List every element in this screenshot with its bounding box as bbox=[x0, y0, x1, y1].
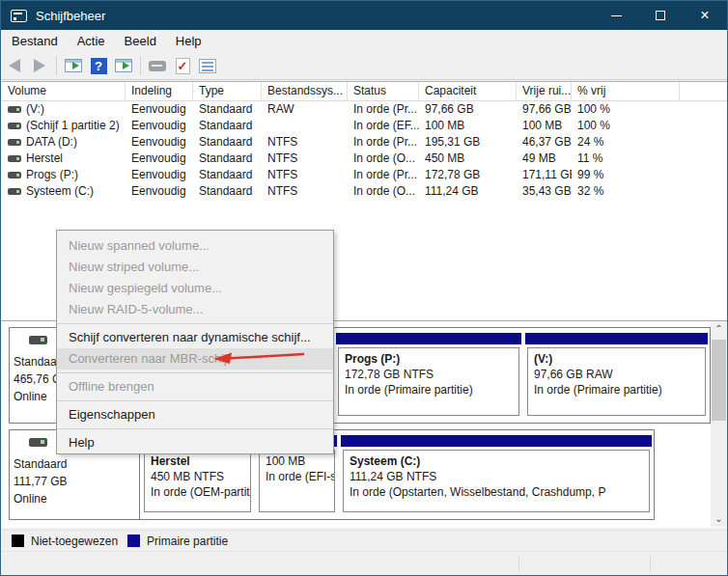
column-header-status[interactable]: Status bbox=[348, 82, 419, 100]
status-bar bbox=[2, 551, 728, 576]
balloon-icon bbox=[149, 61, 166, 71]
partition-size: 111,24 GB NTFS bbox=[350, 469, 643, 484]
maximize-icon bbox=[656, 11, 665, 20]
popup-tool-button[interactable] bbox=[146, 54, 169, 77]
disk-type: Standaard bbox=[14, 455, 139, 473]
console-tree-icon bbox=[65, 59, 82, 72]
table-row[interactable]: (V:) Eenvoudig Standaard RAW In orde (Pr… bbox=[2, 101, 728, 118]
check-document-icon: ✓ bbox=[176, 58, 190, 74]
menu-bestand[interactable]: Bestand bbox=[2, 30, 68, 52]
status-separator bbox=[650, 555, 651, 572]
minimize-button[interactable] bbox=[594, 1, 638, 30]
menu-beeld[interactable]: Beeld bbox=[115, 30, 166, 52]
disk-management-window: Schijfbeheer × Bestand Actie Beeld Help … bbox=[0, 0, 728, 576]
menu-separator bbox=[57, 400, 333, 401]
menu-separator bbox=[57, 323, 333, 324]
partition-name: (V:) bbox=[534, 351, 699, 367]
volume-name: (Schijf 1 partitie 2) bbox=[26, 119, 120, 132]
menubar: Bestand Actie Beeld Help bbox=[2, 30, 728, 52]
menu-separator bbox=[57, 372, 333, 373]
partition-size: 100 MB bbox=[266, 453, 328, 469]
partition-size: 97,66 GB RAW bbox=[534, 367, 699, 382]
action-pane-icon bbox=[115, 59, 132, 72]
column-header-pct-vrij[interactable]: % vrij bbox=[572, 82, 680, 100]
show-action-pane-button[interactable] bbox=[112, 54, 135, 77]
menu-item-converteren-dynamische-schijf[interactable]: Schijf converteren naar dynamische schij… bbox=[57, 327, 333, 348]
volume-icon bbox=[8, 172, 21, 178]
partition-name: Herstel bbox=[151, 453, 244, 469]
primary-partition-swatch bbox=[127, 535, 140, 547]
back-button[interactable] bbox=[3, 54, 26, 77]
column-header-bestandssysteem[interactable]: Bestandssys... bbox=[262, 82, 348, 100]
close-button[interactable]: × bbox=[683, 1, 727, 30]
partition-status: In orde (Opstarten, Wisselbestand, Crash… bbox=[350, 484, 643, 500]
partition-systeem[interactable]: Systeem (C:) 111,24 GB NTFS In orde (Ops… bbox=[341, 435, 652, 516]
scroll-down-button[interactable]: ⌄ bbox=[711, 511, 727, 527]
forward-button[interactable] bbox=[28, 54, 51, 77]
menu-item-offline-brengen[interactable]: Offline brengen bbox=[57, 376, 333, 398]
volume-icon bbox=[8, 155, 21, 162]
table-row[interactable]: (Schijf 1 partitie 2) Eenvoudig Standaar… bbox=[2, 118, 728, 134]
volume-list-header: Volume Indeling Type Bestandssys... Stat… bbox=[2, 82, 728, 101]
column-header-capaciteit[interactable]: Capaciteit bbox=[419, 82, 517, 100]
disk-context-menu: Nieuw spanned volume... Nieuw striped vo… bbox=[56, 230, 334, 454]
titlebar: Schijfbeheer × bbox=[1, 1, 727, 30]
volume-name: (V:) bbox=[26, 102, 44, 116]
menu-item-help[interactable]: Help bbox=[57, 432, 333, 453]
partition-color-strip bbox=[525, 333, 708, 344]
table-row[interactable]: Herstel Eenvoudig Standaard NTFS In orde… bbox=[2, 151, 728, 167]
volume-icon bbox=[8, 106, 21, 113]
menu-actie[interactable]: Actie bbox=[68, 30, 115, 52]
volume-name: DATA (D:) bbox=[26, 135, 77, 149]
help-button[interactable]: ? bbox=[87, 54, 110, 77]
legend-bar: Niet-toegewezen Primaire partitie bbox=[2, 530, 728, 551]
partition-status: In orde (OEM-partitie) bbox=[151, 484, 244, 500]
disk-size: 111,77 GB bbox=[14, 473, 139, 490]
table-row[interactable]: Progs (P:) Eenvoudig Standaard NTFS In o… bbox=[2, 167, 728, 183]
column-header-type[interactable]: Type bbox=[193, 82, 262, 100]
volume-icon bbox=[8, 123, 21, 129]
list-view-icon bbox=[199, 59, 216, 73]
back-icon bbox=[9, 59, 20, 72]
menu-item-nieuw-raid5-volume[interactable]: Nieuw RAID-5-volume... bbox=[57, 299, 333, 320]
partition-status: In orde (Primaire partitie) bbox=[534, 382, 699, 398]
partition-color-strip bbox=[336, 333, 521, 344]
disk-icon bbox=[29, 438, 47, 447]
column-header-volume[interactable]: Volume bbox=[2, 82, 126, 100]
menu-help[interactable]: Help bbox=[166, 30, 211, 52]
show-console-tree-button[interactable] bbox=[62, 54, 85, 77]
legend-primary-partition: Primaire partitie bbox=[127, 535, 228, 548]
volume-name: Systeem (C:) bbox=[26, 184, 94, 198]
check-document-button[interactable]: ✓ bbox=[171, 54, 194, 77]
vertical-scrollbar[interactable]: ⌃ ⌄ bbox=[711, 321, 727, 527]
menu-separator bbox=[57, 428, 333, 429]
disk-icon bbox=[29, 336, 47, 344]
menu-item-nieuw-gespiegeld-volume[interactable]: Nieuw gespiegeld volume... bbox=[57, 278, 333, 299]
partition-progs[interactable]: Progs (P:) 172,78 GB NTFS In orde (Prima… bbox=[336, 333, 521, 420]
volume-icon bbox=[8, 139, 21, 146]
table-row[interactable]: Systeem (C:) Eenvoudig Standaard NTFS In… bbox=[2, 183, 728, 200]
partition-v[interactable]: (V:) 97,66 GB RAW In orde (Primaire part… bbox=[525, 333, 708, 420]
scrollbar-thumb[interactable] bbox=[712, 340, 726, 421]
app-icon bbox=[11, 10, 27, 22]
volume-icon bbox=[8, 188, 21, 195]
list-view-button[interactable] bbox=[196, 54, 219, 77]
toolbar-separator bbox=[140, 56, 141, 75]
menu-item-eigenschappen[interactable]: Eigenschappen bbox=[57, 404, 333, 425]
help-icon: ? bbox=[91, 58, 107, 74]
toolbar: ? ✓ bbox=[2, 52, 728, 80]
partition-status: In orde (Primaire partitie) bbox=[345, 382, 513, 398]
menu-item-nieuw-striped-volume[interactable]: Nieuw striped volume... bbox=[57, 257, 333, 278]
column-header-vrije-ruimte[interactable]: Vrije rui... bbox=[517, 82, 572, 100]
unallocated-swatch bbox=[12, 535, 24, 547]
toolbar-separator bbox=[56, 56, 57, 75]
status-separator bbox=[518, 555, 519, 572]
annotation-arrow-icon bbox=[211, 348, 308, 366]
scroll-up-button[interactable]: ⌃ bbox=[711, 321, 727, 337]
column-header-indeling[interactable]: Indeling bbox=[126, 82, 193, 100]
menu-item-nieuw-spanned-volume[interactable]: Nieuw spanned volume... bbox=[57, 235, 333, 257]
table-row[interactable]: DATA (D:) Eenvoudig Standaard NTFS In or… bbox=[2, 134, 728, 151]
volume-name: Progs (P:) bbox=[26, 168, 78, 181]
window-title: Schijfbeheer bbox=[36, 9, 105, 23]
maximize-button[interactable] bbox=[638, 1, 683, 30]
